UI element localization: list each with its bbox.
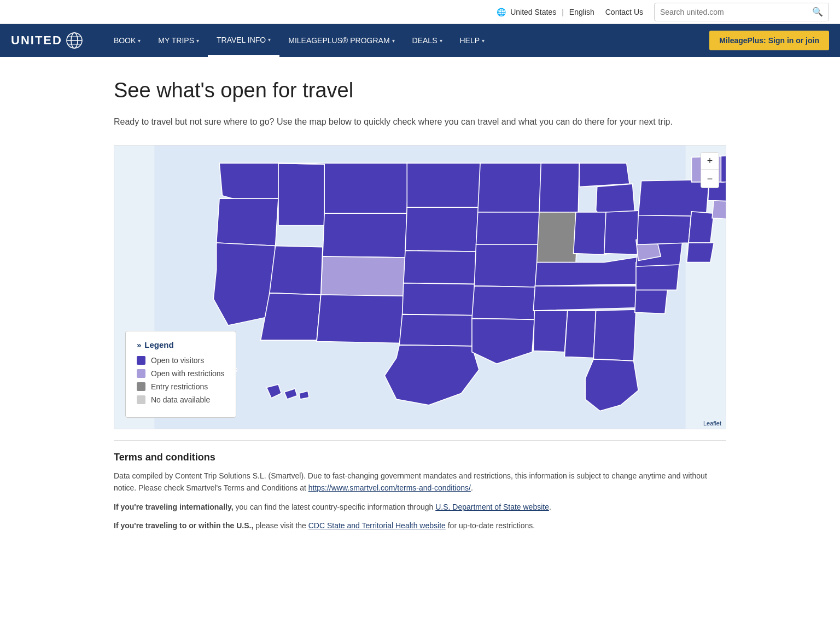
svg-marker-37 xyxy=(564,311,596,358)
svg-marker-12 xyxy=(323,213,407,258)
svg-marker-36 xyxy=(533,311,568,352)
svg-marker-21 xyxy=(399,314,474,346)
united-logo[interactable]: UNITED xyxy=(11,32,83,49)
chevron-down-icon: ▾ xyxy=(138,38,141,44)
svg-marker-44 xyxy=(637,212,691,244)
svg-marker-51 xyxy=(721,154,726,182)
nav-item-mileageplus[interactable]: MILEAGEPLUS® PROGRAM ▾ xyxy=(279,24,403,57)
legend-item-restrictions: Open with restrictions xyxy=(137,369,225,378)
terms-us: If you're traveling to or within the U.S… xyxy=(114,520,726,532)
nav-item-help[interactable]: HELP ▾ xyxy=(451,24,494,57)
legend-item-open: Open to visitors xyxy=(137,356,225,365)
svg-marker-16 xyxy=(317,295,404,343)
legend-label: Legend xyxy=(144,340,173,349)
legend-title[interactable]: » Legend xyxy=(137,340,225,349)
nav-item-my-trips[interactable]: MY TRIPS ▾ xyxy=(149,24,208,57)
nav-item-book[interactable]: BOOK ▾ xyxy=(105,24,149,57)
page-description: Ready to travel but not sure where to go… xyxy=(114,115,726,129)
svg-marker-14 xyxy=(270,246,323,295)
svg-marker-45 xyxy=(638,180,709,217)
search-input[interactable] xyxy=(655,4,807,20)
leaflet-attribution: Leaflet xyxy=(703,420,721,427)
chevron-down-icon: ▾ xyxy=(268,37,271,43)
legend-label-open: Open to visitors xyxy=(151,356,204,365)
svg-marker-46 xyxy=(689,212,714,243)
main-content: See what's open for travel Ready to trav… xyxy=(92,57,748,561)
svg-marker-20 xyxy=(402,283,476,315)
contact-us-link[interactable]: Contact Us xyxy=(605,8,643,16)
legend-color-no-data xyxy=(137,395,145,404)
terms-body: Data compiled by Content Trip Solutions … xyxy=(114,470,726,494)
page-title: See what's open for travel xyxy=(114,79,726,102)
legend-color-restrictions xyxy=(137,369,145,378)
country-label: United States xyxy=(510,8,556,16)
svg-marker-19 xyxy=(404,250,478,284)
legend-arrow: » xyxy=(137,340,141,349)
chevron-down-icon: ▾ xyxy=(440,38,442,44)
globe-icon: 🌐 xyxy=(497,8,506,16)
chevron-down-icon: ▾ xyxy=(482,38,485,44)
legend-label-restrictions: Open with restrictions xyxy=(151,369,225,378)
svg-marker-6 xyxy=(219,163,278,201)
zoom-out-button[interactable]: − xyxy=(701,170,719,188)
svg-marker-35 xyxy=(533,286,638,311)
svg-marker-38 xyxy=(593,310,636,361)
svg-marker-13 xyxy=(321,256,405,296)
locale-selector[interactable]: 🌐 United States | English xyxy=(497,8,594,16)
cdc-link[interactable]: CDC State and Territorial Health website xyxy=(308,521,446,530)
terms-intl: If you're traveling internationally, you… xyxy=(114,501,726,513)
nav-item-deals[interactable]: DEALS ▾ xyxy=(404,24,451,57)
svg-marker-47 xyxy=(687,243,714,262)
nav-item-travel-info[interactable]: TRAVEL INFO ▾ xyxy=(208,24,279,57)
svg-marker-17 xyxy=(407,163,482,207)
language-label: English xyxy=(569,8,594,16)
top-bar: 🌐 United States | English Contact Us 🔍 xyxy=(0,0,840,24)
terms-title: Terms and conditions xyxy=(114,452,726,463)
zoom-in-button[interactable]: + xyxy=(701,153,719,170)
legend-color-entry xyxy=(137,382,145,391)
svg-marker-26 xyxy=(472,286,537,320)
nav-bar: UNITED BOOK ▾ MY TRIPS ▾ TRAVEL INFO ▾ M… xyxy=(0,24,840,57)
svg-marker-15 xyxy=(261,293,321,340)
smartvel-link[interactable]: https://www.smartvel.com/terms-and-condi… xyxy=(308,483,471,492)
nav-links: BOOK ▾ MY TRIPS ▾ TRAVEL INFO ▾ MILEAGEP… xyxy=(105,24,709,57)
legend-color-open xyxy=(137,356,145,365)
svg-marker-48 xyxy=(712,199,726,219)
chevron-down-icon: ▾ xyxy=(392,38,395,44)
svg-marker-28 xyxy=(539,163,579,213)
svg-marker-30 xyxy=(579,163,629,186)
search-bar: 🔍 xyxy=(654,3,829,21)
svg-marker-10 xyxy=(278,163,325,225)
logo-text: UNITED xyxy=(11,33,62,48)
svg-marker-23 xyxy=(478,163,543,213)
svg-marker-25 xyxy=(474,244,539,287)
mileageplus-button[interactable]: MileagePlus: Sign in or join xyxy=(709,31,829,50)
legend-item-no-data: No data available xyxy=(137,395,225,404)
svg-marker-7 xyxy=(217,199,278,246)
svg-marker-29 xyxy=(537,212,579,264)
zoom-controls: + − xyxy=(701,152,719,188)
travel-map[interactable]: + − » Legend Open to visitors Open with … xyxy=(114,145,726,429)
legend-label-entry: Entry restrictions xyxy=(151,382,208,391)
logo-globe-icon xyxy=(66,32,83,49)
legend-item-entry: Entry restrictions xyxy=(137,382,225,391)
legend-box: » Legend Open to visitors Open with rest… xyxy=(125,331,236,418)
svg-marker-18 xyxy=(405,207,480,252)
locale-separator: | xyxy=(562,8,564,16)
chevron-down-icon: ▾ xyxy=(196,38,199,44)
legend-label-no-data: No data available xyxy=(151,395,210,404)
svg-marker-32 xyxy=(574,212,609,255)
terms-section: Terms and conditions Data compiled by Co… xyxy=(114,440,726,532)
leaflet-link[interactable]: Leaflet xyxy=(703,420,721,427)
dos-link[interactable]: U.S. Department of State website xyxy=(435,503,549,511)
svg-marker-24 xyxy=(476,212,541,246)
search-button[interactable]: 🔍 xyxy=(807,3,829,21)
